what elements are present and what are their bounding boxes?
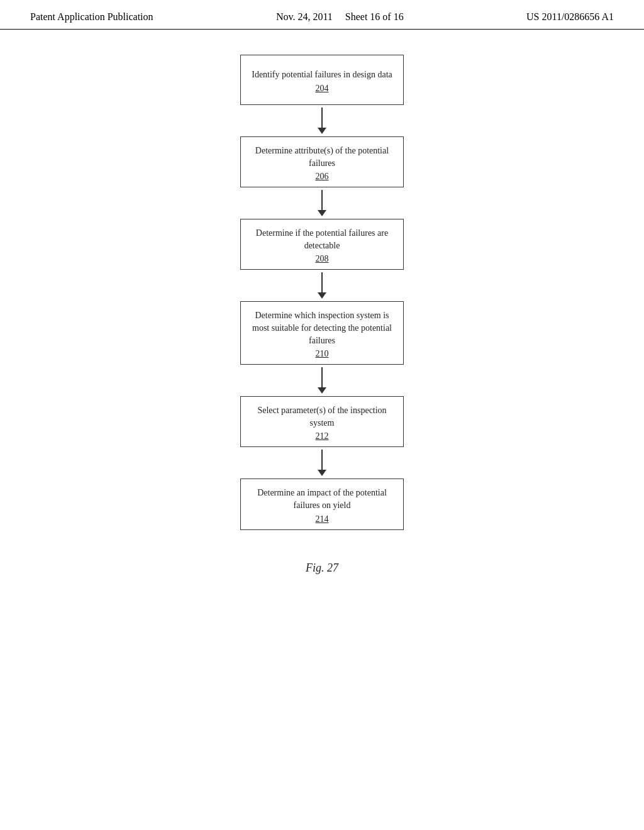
header-date-sheet: Nov. 24, 2011 Sheet 16 of 16 <box>276 11 404 23</box>
figure-caption: Fig. 27 <box>306 562 338 575</box>
arrow-head <box>318 128 326 134</box>
flow-box-212: Select parameter(s) of the inspection sy… <box>240 396 404 447</box>
header-patent-number: US 2011/0286656 A1 <box>526 11 614 23</box>
flow-box-214-text: Determine an impact of the potential fai… <box>251 487 393 511</box>
flow-box-208-text: Determine if the potential failures are … <box>251 227 393 252</box>
arrow-210-212 <box>318 365 326 396</box>
arrow-head <box>318 470 326 476</box>
arrow-208-210 <box>318 270 326 301</box>
header-publication-label: Patent Application Publication <box>30 11 153 23</box>
flow-box-212-text: Select parameter(s) of the inspection sy… <box>251 404 393 429</box>
arrow-line <box>321 108 323 128</box>
flow-box-208-number: 208 <box>316 254 329 264</box>
arrow-line <box>321 272 323 292</box>
arrow-206-208 <box>318 187 326 219</box>
flow-box-210: Determine which inspection system is mos… <box>240 301 404 365</box>
main-content: Identify potential failures in design da… <box>0 30 644 575</box>
arrow-line <box>321 367 323 387</box>
flow-box-206-text: Determine attribute(s) of the potential … <box>251 145 393 169</box>
flow-box-214: Determine an impact of the potential fai… <box>240 479 404 529</box>
arrow-line <box>321 190 323 210</box>
flow-box-214-number: 214 <box>316 514 329 524</box>
arrow-head <box>318 292 326 299</box>
page-header: Patent Application Publication Nov. 24, … <box>0 0 644 30</box>
header-date: Nov. 24, 2011 <box>276 11 333 22</box>
arrow-line <box>321 450 323 470</box>
header-sheet: Sheet 16 of 16 <box>345 11 404 22</box>
flow-box-204-number: 204 <box>316 84 329 94</box>
flow-box-206: Determine attribute(s) of the potential … <box>240 136 404 187</box>
flow-box-204: Identify potential failures in design da… <box>240 55 404 105</box>
arrow-head <box>318 210 326 216</box>
flowchart: Identify potential failures in design da… <box>240 55 404 530</box>
arrow-212-214 <box>318 447 326 479</box>
arrow-head <box>318 387 326 394</box>
flow-box-210-text: Determine which inspection system is mos… <box>251 309 393 346</box>
flow-box-204-text: Identify potential failures in design da… <box>252 69 392 81</box>
flow-box-206-number: 206 <box>316 172 329 182</box>
flow-box-210-number: 210 <box>316 349 329 359</box>
flow-box-208: Determine if the potential failures are … <box>240 219 404 270</box>
arrow-204-206 <box>318 105 326 136</box>
flow-box-212-number: 212 <box>316 431 329 441</box>
